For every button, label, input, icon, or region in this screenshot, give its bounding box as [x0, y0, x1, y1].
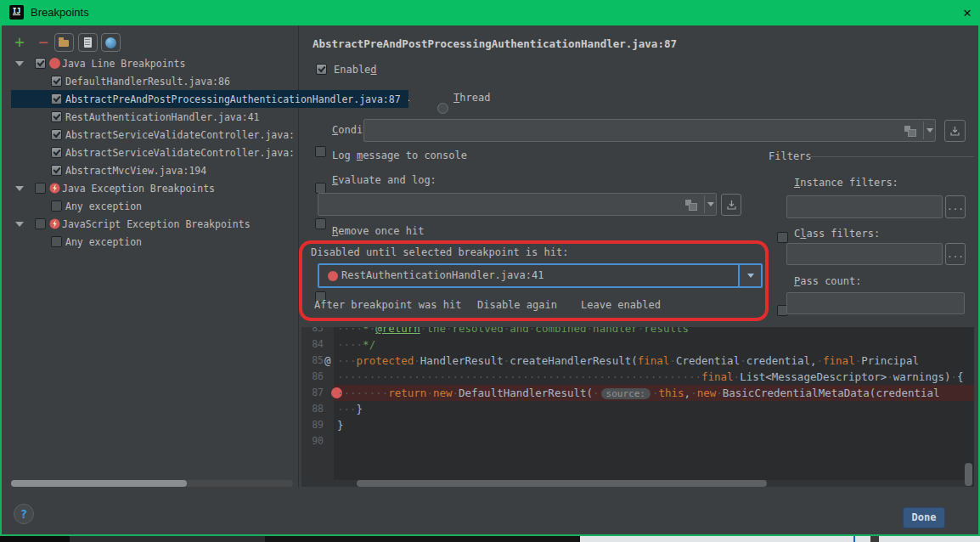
tree-hscrollbar[interactable]: [11, 480, 293, 487]
instance-filters-label[interactable]: Instance filters:: [794, 177, 898, 189]
done-button[interactable]: Done: [903, 507, 945, 528]
suspend-thread-label[interactable]: Thread: [453, 92, 490, 104]
code-editor[interactable]: 83····*·@return·the·resolved·and·combine…: [301, 327, 974, 487]
exception-breakpoint-icon: [49, 183, 60, 194]
code-line: 83····*·@return·the·resolved·and·combine…: [301, 327, 974, 336]
breakpoint-tree-item[interactable]: AbstractServiceValidateController.java:: [11, 126, 293, 144]
tree-item-label: DefaultHandlerResult.java:86: [65, 76, 230, 88]
disable-again-label[interactable]: Disable again: [477, 299, 557, 312]
line-number: 90: [301, 433, 324, 449]
expander-icon[interactable]: [15, 61, 24, 66]
tree-item-checkbox[interactable]: [51, 200, 62, 212]
remove-breakpoint-button[interactable]: −: [36, 32, 51, 51]
breakpoint-tree-item[interactable]: DefaultHandlerResult.java:86: [11, 72, 293, 90]
tree-item-label: Java Line Breakpoints: [62, 58, 185, 70]
condition-input[interactable]: [363, 119, 936, 142]
tree-item-checkbox[interactable]: [51, 236, 62, 247]
expander-icon[interactable]: [15, 222, 24, 227]
instance-filters-checkbox[interactable]: [777, 232, 788, 243]
tree-item-checkbox[interactable]: [35, 58, 46, 69]
line-number: 87: [301, 385, 324, 401]
help-button[interactable]: ?: [14, 504, 34, 524]
class-filters-more-button[interactable]: ...: [945, 243, 966, 265]
breakpoint-combobox[interactable]: RestAuthenticationHandler.java:41: [318, 263, 763, 288]
tree-item-label: JavaScript Exception Breakpoints: [62, 218, 251, 230]
expand-evaluate-button[interactable]: [721, 194, 741, 216]
line-number: 85: [301, 353, 324, 369]
background-strip: [0, 536, 70, 542]
tree-item-label: AbstractServiceValidateController.java:: [65, 129, 293, 141]
chevron-down-icon[interactable]: [707, 202, 714, 206]
breakpoint-dot-icon: [328, 271, 338, 281]
file-icon: [84, 37, 92, 48]
breakpoint-tree-item[interactable]: AbstractServiceValidateController.java:: [11, 144, 293, 161]
tree-item-checkbox[interactable]: [51, 93, 62, 104]
code-line: 86······································…: [301, 369, 974, 385]
background-strip: [853, 536, 855, 542]
editor-hscrollbar-thumb[interactable]: [357, 480, 767, 487]
code-line: 88···}: [301, 401, 974, 417]
folder-icon: [59, 40, 69, 47]
tree-item-checkbox[interactable]: [51, 76, 62, 87]
tree-item-label: AbstractServiceValidateController.java:: [65, 147, 293, 159]
group-by-file-button[interactable]: [78, 33, 98, 52]
class-filters-input[interactable]: [786, 243, 943, 265]
class-filters-label[interactable]: Class filters:: [794, 228, 880, 240]
suspend-thread-radio[interactable]: [437, 103, 448, 114]
tree-hscrollbar-thumb[interactable]: [11, 480, 187, 487]
breakpoint-tree-item[interactable]: Java Exception Breakpoints: [11, 179, 293, 197]
tree-item-label: Any exception: [65, 200, 142, 212]
tree-item-checkbox[interactable]: [51, 147, 62, 158]
pass-count-label[interactable]: Pass count:: [794, 275, 861, 288]
tree-item-checkbox[interactable]: [35, 218, 46, 229]
close-icon[interactable]: ✕: [956, 3, 978, 23]
combobox-arrow-button[interactable]: [738, 265, 761, 286]
expander-icon[interactable]: [15, 186, 24, 191]
background-strip: [870, 536, 879, 542]
expand-icon: [726, 200, 737, 211]
editor-hscrollbar[interactable]: [302, 480, 973, 487]
tree-item-checkbox[interactable]: [51, 165, 62, 176]
tree-item-checkbox[interactable]: [51, 129, 62, 140]
editor-vscrollbar-thumb[interactable]: [965, 463, 972, 486]
instance-filters-more-button[interactable]: ...: [945, 195, 966, 218]
annotation-gutter-icon: @: [324, 353, 331, 369]
line-number: 89: [301, 417, 324, 433]
code-line: 89}: [301, 417, 974, 433]
breakpoint-tree-item[interactable]: JavaScript Exception Breakpoints: [11, 215, 293, 233]
breakpoint-tree-item[interactable]: AbstractMvcView.java:194: [11, 161, 293, 179]
line-number: 88: [301, 401, 324, 417]
combobox-value: RestAuthenticationHandler.java:41: [341, 269, 544, 282]
parameter-hint: source:: [601, 388, 651, 399]
history-icon[interactable]: [904, 126, 917, 136]
breakpoint-tree-item[interactable]: Any exception: [11, 197, 293, 215]
breakpoint-tree-item[interactable]: RestAuthenticationHandler.java:41: [11, 108, 293, 126]
group-by-class-button[interactable]: [101, 33, 121, 52]
tree-item-checkbox[interactable]: [35, 183, 46, 194]
tree-item-label: AbstractPreAndPostProcessingAuthenticati…: [65, 93, 401, 105]
history-icon[interactable]: [685, 200, 698, 210]
expand-condition-button[interactable]: [944, 120, 966, 142]
exception-breakpoint-icon: [49, 218, 60, 229]
pass-count-input[interactable]: [786, 292, 965, 314]
chevron-down-icon[interactable]: [926, 128, 933, 133]
breakpoint-tree-item[interactable]: Java Line Breakpoints: [11, 54, 293, 72]
breakpoints-dialog: IJ Breakpoints ✕ + − All Java Line Break…: [0, 0, 980, 542]
leave-enabled-label[interactable]: Leave enabled: [581, 299, 661, 312]
breakpoint-tree-item[interactable]: AbstractPreAndPostProcessingAuthenticati…: [11, 90, 408, 108]
breakpoint-detail-title: AbstractPreAndPostProcessingAuthenticati…: [313, 37, 677, 50]
class-icon: [105, 37, 116, 48]
line-number: 83: [301, 327, 324, 336]
tree-item-label: Any exception: [65, 236, 142, 248]
titlebar: IJ Breakpoints ✕: [0, 0, 980, 25]
group-by-folder-button[interactable]: [54, 33, 74, 52]
breakpoints-tree[interactable]: Java Line BreakpointsDefaultHandlerResul…: [11, 54, 410, 251]
tree-item-checkbox[interactable]: [51, 111, 62, 122]
breakpoint-tree-item[interactable]: Any exception: [11, 233, 293, 251]
code-line: 90: [301, 433, 974, 449]
add-breakpoint-button[interactable]: +: [12, 32, 27, 51]
instance-filters-input[interactable]: [786, 195, 943, 218]
breakpoint-dot-icon: [49, 58, 60, 69]
code-line: 85@···protected·HandlerResult·createHand…: [301, 353, 974, 369]
line-number: 86: [301, 369, 324, 385]
